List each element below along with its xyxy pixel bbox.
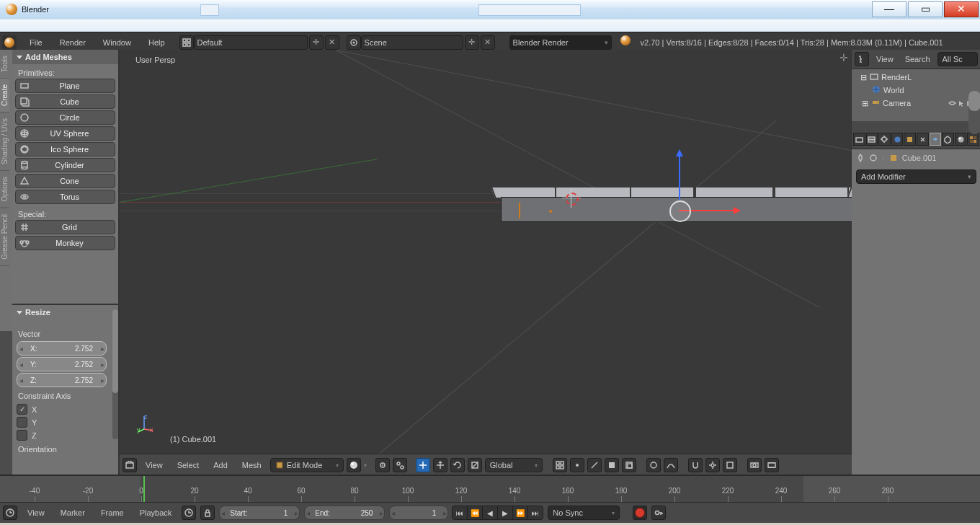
outliner-view-menu[interactable]: View bbox=[872, 55, 898, 63]
outliner-item-camera[interactable]: Camera bbox=[883, 99, 911, 107]
editor-type-icon[interactable] bbox=[2, 35, 17, 50]
prop-tab-render[interactable] bbox=[853, 133, 865, 146]
timeline-menu-marker[interactable]: Marker bbox=[55, 508, 91, 517]
timeline-menu-playback[interactable]: Playback bbox=[134, 508, 178, 517]
expand-icon[interactable]: ⊟ bbox=[860, 73, 867, 82]
timeline-menu-frame[interactable]: Frame bbox=[95, 508, 130, 517]
prop-tab-material[interactable] bbox=[955, 133, 967, 146]
region-toggle-icon[interactable]: ✛ bbox=[839, 52, 848, 63]
tab-options[interactable]: Options bbox=[0, 171, 9, 208]
outliner-item-world[interactable]: World bbox=[883, 86, 904, 94]
keyframe-prev-button[interactable]: ⏪ bbox=[467, 506, 483, 520]
add-cube-button[interactable]: Cube bbox=[15, 94, 115, 109]
auto-keyframe-button[interactable] bbox=[633, 506, 647, 520]
menu-file[interactable]: File bbox=[21, 38, 51, 47]
sel-mode-face[interactable] bbox=[605, 458, 619, 472]
lock-range-button[interactable] bbox=[200, 506, 215, 520]
snap-target-dropdown[interactable] bbox=[723, 458, 737, 472]
prop-tab-world[interactable] bbox=[891, 133, 904, 146]
panel-add-meshes-header[interactable]: Add Meshes bbox=[12, 50, 118, 64]
add-grid-button[interactable]: Grid bbox=[15, 220, 115, 234]
editor-type-icon[interactable] bbox=[3, 506, 17, 520]
jump-start-button[interactable]: ⏮ bbox=[452, 506, 468, 520]
limit-selection-button[interactable] bbox=[622, 458, 636, 472]
outliner-search-menu[interactable]: Search bbox=[901, 55, 935, 63]
screen-layout-dropdown[interactable]: Default bbox=[194, 35, 308, 50]
outliner-item-renderlayers[interactable]: RenderL bbox=[881, 73, 912, 81]
play-button[interactable]: ▶ bbox=[497, 506, 513, 520]
proportional-editing-dropdown[interactable] bbox=[646, 458, 661, 472]
sel-mode-edge[interactable] bbox=[587, 458, 602, 472]
play-reverse-button[interactable]: ◀ bbox=[482, 506, 498, 520]
add-cone-button[interactable]: Cone bbox=[15, 174, 115, 188]
outliner-body[interactable]: ⊟ RenderL World ⊞ Camera bbox=[852, 69, 980, 121]
viewport-3d[interactable]: ✛ User Persp zyx bbox=[120, 50, 852, 454]
start-frame-field[interactable]: ◂ Start: 1 ▸ bbox=[219, 506, 300, 520]
transform-orientation-dropdown[interactable]: Global ▾ bbox=[485, 458, 543, 472]
gizmo-z-axis[interactable] bbox=[679, 152, 680, 200]
sel-mode-vertex[interactable] bbox=[570, 458, 584, 472]
screen-add-button[interactable]: ✛ bbox=[309, 35, 324, 50]
keying-set-dropdown[interactable] bbox=[651, 506, 666, 520]
prop-tab-data[interactable] bbox=[942, 133, 954, 146]
scene-add-button[interactable]: ✛ bbox=[465, 35, 479, 50]
add-circle-button[interactable]: Circle bbox=[15, 110, 115, 125]
pivot-point-dropdown[interactable] bbox=[375, 458, 390, 472]
manipulator-toggle[interactable] bbox=[416, 458, 430, 472]
add-plane-button[interactable]: Plane bbox=[15, 79, 115, 93]
manipulator-scale[interactable] bbox=[468, 458, 482, 472]
editor-type-icon[interactable] bbox=[855, 52, 869, 66]
screen-browse-icon[interactable] bbox=[179, 35, 194, 50]
vector-x-field[interactable]: ◂X:2.752▸ bbox=[17, 341, 107, 356]
timeline-playhead[interactable] bbox=[143, 476, 145, 502]
operator-scrollbar[interactable] bbox=[112, 309, 118, 439]
tab-create[interactable]: Create bbox=[0, 79, 9, 112]
current-frame-field[interactable]: ◂ 1 ▸ bbox=[389, 506, 448, 520]
layers-button-1[interactable] bbox=[553, 458, 567, 472]
editor-type-icon[interactable] bbox=[122, 458, 137, 472]
prop-tab-constraint[interactable] bbox=[917, 133, 929, 146]
manipulator-rotate[interactable] bbox=[450, 458, 465, 472]
scene-browse-icon[interactable] bbox=[347, 35, 361, 50]
outliner-hscroll[interactable] bbox=[852, 121, 980, 130]
scrollbar-thumb[interactable] bbox=[968, 91, 980, 111]
prop-tab-texture[interactable] bbox=[967, 133, 979, 146]
tab-shading-uvs[interactable]: Shading / UVs bbox=[0, 112, 9, 171]
scene-dropdown[interactable]: Scene bbox=[361, 35, 463, 50]
prop-tab-renderlayer[interactable] bbox=[866, 133, 878, 146]
keyframe-next-button[interactable]: ⏩ bbox=[512, 506, 528, 520]
prop-tab-scene[interactable] bbox=[878, 133, 891, 146]
tab-grease-pencil[interactable]: Grease Pencil bbox=[0, 208, 9, 266]
menu-help[interactable]: Help bbox=[140, 38, 174, 47]
add-torus-button[interactable]: Torus bbox=[15, 190, 115, 204]
scrollbar-thumb[interactable] bbox=[112, 309, 118, 393]
opengl-render-anim[interactable] bbox=[765, 458, 779, 472]
window-close-button[interactable]: ✕ bbox=[944, 1, 979, 17]
manipulator-translate[interactable] bbox=[433, 458, 447, 472]
menu-select[interactable]: Select bbox=[172, 461, 205, 469]
vector-z-field[interactable]: ◂Z:2.752▸ bbox=[17, 373, 107, 387]
outliner-scrollbar[interactable] bbox=[968, 91, 980, 134]
window-minimize-button[interactable]: — bbox=[872, 1, 906, 17]
outliner-display-mode[interactable]: All Sc bbox=[937, 52, 978, 66]
proportional-falloff-dropdown[interactable] bbox=[664, 458, 678, 472]
add-cylinder-button[interactable]: Cylinder bbox=[15, 158, 115, 172]
vector-y-field[interactable]: ◂Y:2.752▸ bbox=[17, 357, 107, 371]
scene-remove-button[interactable]: ✕ bbox=[481, 35, 495, 50]
render-engine-dropdown[interactable]: Blender Render ▾ bbox=[509, 35, 612, 50]
menu-window[interactable]: Window bbox=[94, 38, 140, 47]
use-preview-range[interactable] bbox=[182, 506, 196, 520]
window-maximize-button[interactable]: ▭ bbox=[908, 1, 943, 17]
menu-mesh[interactable]: Mesh bbox=[236, 461, 267, 469]
viewport-shading-dropdown[interactable] bbox=[347, 458, 361, 472]
timeline-menu-view[interactable]: View bbox=[22, 508, 50, 517]
axis-z-checkbox[interactable]: Z bbox=[12, 428, 118, 441]
pivot-individual-button[interactable] bbox=[393, 458, 407, 472]
menu-view[interactable]: View bbox=[140, 461, 169, 469]
add-monkey-button[interactable]: Monkey bbox=[15, 236, 115, 250]
gizmo-center[interactable] bbox=[669, 200, 691, 222]
pin-icon[interactable] bbox=[856, 154, 865, 162]
screen-remove-button[interactable]: ✕ bbox=[325, 35, 339, 50]
add-modifier-dropdown[interactable]: Add Modifier ▾ bbox=[856, 169, 976, 184]
opengl-render-still[interactable] bbox=[747, 458, 762, 472]
